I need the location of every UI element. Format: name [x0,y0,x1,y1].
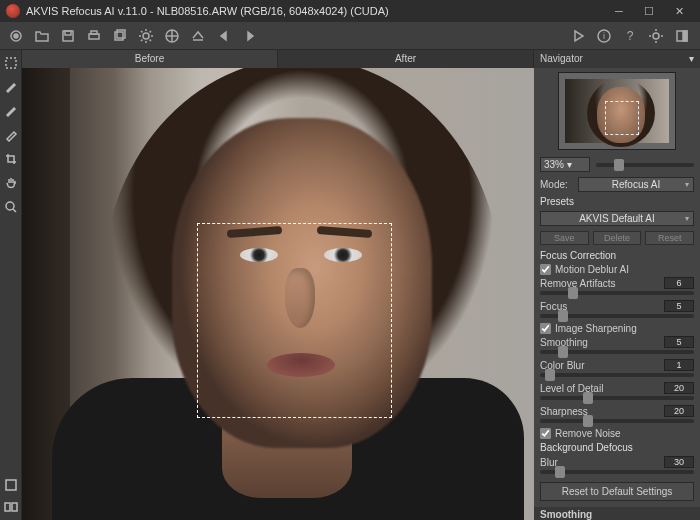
blur-value[interactable]: 30 [664,456,694,468]
smoothing-value[interactable]: 5 [664,336,694,348]
motion-deblur-label: Motion Deblur AI [555,264,629,275]
brush-tool[interactable] [2,78,20,96]
remove-noise-label: Remove Noise [555,428,621,439]
prefs-button[interactable] [644,25,668,47]
svg-point-8 [143,33,149,39]
motion-deblur-checkbox[interactable] [540,264,551,275]
redo-button[interactable] [238,25,262,47]
image-canvas[interactable] [22,68,534,520]
zoom-slider[interactable] [596,163,694,167]
toolbar: i ? [0,22,700,50]
publish-button[interactable] [160,25,184,47]
svg-rect-3 [65,31,71,35]
titlebar: AKVIS Refocus AI v.11.0 - NLB08516.ARW (… [0,0,700,22]
preset-reset-button[interactable]: Reset [645,231,694,245]
preview-tool[interactable] [2,54,20,72]
focus-value[interactable]: 5 [664,300,694,312]
blur-slider[interactable] [540,470,694,474]
image-sharpening-label: Image Sharpening [555,323,637,334]
svg-rect-5 [91,31,97,34]
svg-rect-6 [115,32,123,40]
svg-rect-18 [6,480,16,490]
zoom-select[interactable]: 33% ▾ [540,157,590,172]
minimize-button[interactable]: ─ [604,0,634,22]
svg-point-13 [653,33,659,39]
svg-point-1 [14,34,18,38]
save-button[interactable] [56,25,80,47]
preset-save-button[interactable]: Save [540,231,589,245]
eraser-tool[interactable] [2,102,20,120]
maximize-button[interactable]: ☐ [634,0,664,22]
crop-tool[interactable] [2,150,20,168]
undo-button[interactable] [212,25,236,47]
bg-brush-tool[interactable] [2,126,20,144]
mode-label: Mode: [540,179,574,190]
right-panel: Navigator▾ 33% ▾ Mode: Refocus AI Preset… [534,50,700,520]
navigator-title: Navigator [540,50,583,68]
help-button[interactable]: ? [618,25,642,47]
tab-before[interactable]: Before [22,50,278,68]
remove-artifacts-value[interactable]: 6 [664,277,694,289]
detail-label: Level of Detail [540,383,603,394]
focus-correction-title: Focus Correction [534,248,700,263]
share-button[interactable] [186,25,210,47]
mode-select[interactable]: Refocus AI [578,177,694,192]
remove-artifacts-label: Remove Artifacts [540,278,616,289]
run-button[interactable] [566,25,590,47]
sharpness-label: Sharpness [540,406,588,417]
color-blur-value[interactable]: 1 [664,359,694,371]
remove-artifacts-slider[interactable] [540,291,694,295]
tab-after[interactable]: After [278,50,534,68]
close-button[interactable]: ✕ [664,0,694,22]
collapse-icon[interactable]: ▾ [689,50,694,68]
app-icon [6,4,20,18]
svg-rect-20 [12,503,17,511]
bg-defocus-title: Background Defocus [534,440,700,455]
print-button[interactable] [82,25,106,47]
view-tabs: Before After [22,50,534,68]
detail-slider[interactable] [540,396,694,400]
focus-slider[interactable] [540,314,694,318]
svg-rect-19 [5,503,10,511]
sharpness-slider[interactable] [540,419,694,423]
hand-tool[interactable] [2,174,20,192]
svg-rect-15 [683,31,687,41]
image-sharpening-checkbox[interactable] [540,323,551,334]
reset-defaults-button[interactable]: Reset to Default Settings [540,482,694,501]
zoom-tool[interactable] [2,198,20,216]
info-button[interactable]: i [592,25,616,47]
remove-noise-checkbox[interactable] [540,428,551,439]
view-split-icon[interactable] [2,498,20,516]
open-image-button[interactable] [4,25,28,47]
left-toolbar [0,50,22,520]
detail-value[interactable]: 20 [664,382,694,394]
svg-rect-16 [6,58,16,68]
photo-image [22,68,534,520]
panel-toggle-button[interactable] [670,25,694,47]
svg-rect-7 [117,30,125,38]
svg-point-17 [6,202,14,210]
navigator-header: Navigator▾ [534,50,700,68]
preset-select[interactable]: AKVIS Default AI [540,211,694,226]
batch-button[interactable] [108,25,132,47]
window-title: AKVIS Refocus AI v.11.0 - NLB08516.ARW (… [26,5,604,17]
help-title: Smoothing [534,507,700,520]
view-single-icon[interactable] [2,476,20,494]
svg-text:i: i [603,31,605,41]
svg-text:?: ? [627,29,634,43]
color-blur-slider[interactable] [540,373,694,377]
open-folder-button[interactable] [30,25,54,47]
navigator-thumbnail[interactable] [558,72,676,150]
sharpness-value[interactable]: 20 [664,405,694,417]
settings-button[interactable] [134,25,158,47]
smoothing-slider[interactable] [540,350,694,354]
preset-delete-button[interactable]: Delete [593,231,642,245]
help-panel: Smoothing The parameter sets the level o… [534,507,700,520]
presets-label: Presets [534,194,700,209]
